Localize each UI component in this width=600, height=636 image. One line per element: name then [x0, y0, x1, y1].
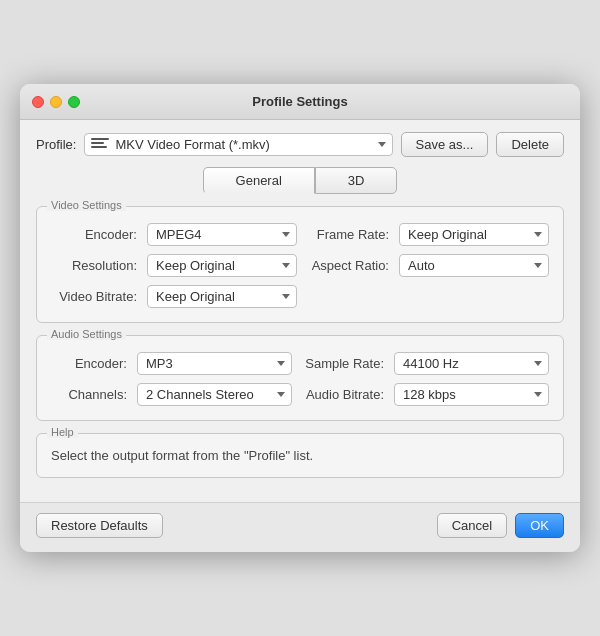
- audio-bitrate-value: 128 kbps: [403, 387, 528, 402]
- cancel-button[interactable]: Cancel: [437, 513, 507, 538]
- video-bitrate-select[interactable]: Keep Original: [147, 285, 297, 308]
- audio-settings-grid: Encoder: MP3 Sample Rate: 44100 Hz Chann…: [51, 352, 549, 406]
- channels-label: Channels:: [51, 387, 131, 402]
- resolution-value: Keep Original: [156, 258, 276, 273]
- audio-encoder-chevron-icon: [277, 361, 285, 366]
- aspect-ratio-label: Aspect Ratio:: [303, 258, 393, 273]
- sample-rate-value: 44100 Hz: [403, 356, 528, 371]
- frame-rate-select[interactable]: Keep Original: [399, 223, 549, 246]
- encoder-chevron-icon: [282, 232, 290, 237]
- frame-rate-label: Frame Rate:: [303, 227, 393, 242]
- profile-select-text: MKV Video Format (*.mkv): [115, 137, 371, 152]
- profile-label: Profile:: [36, 137, 76, 152]
- aspect-ratio-select[interactable]: Auto: [399, 254, 549, 277]
- help-title: Help: [47, 426, 78, 438]
- audio-settings-section: Audio Settings Encoder: MP3 Sample Rate:…: [36, 335, 564, 421]
- audio-bitrate-select[interactable]: 128 kbps: [394, 383, 549, 406]
- help-text: Select the output format from the "Profi…: [51, 448, 549, 463]
- sample-rate-label: Sample Rate:: [298, 356, 388, 371]
- resolution-select[interactable]: Keep Original: [147, 254, 297, 277]
- maximize-button[interactable]: [68, 96, 80, 108]
- titlebar: Profile Settings: [20, 84, 580, 120]
- tab-3d[interactable]: 3D: [315, 167, 398, 194]
- minimize-button[interactable]: [50, 96, 62, 108]
- footer-right: Cancel OK: [437, 513, 564, 538]
- channels-chevron-icon: [277, 392, 285, 397]
- window-title: Profile Settings: [252, 94, 347, 109]
- close-button[interactable]: [32, 96, 44, 108]
- restore-defaults-button[interactable]: Restore Defaults: [36, 513, 163, 538]
- channels-value: 2 Channels Stereo: [146, 387, 271, 402]
- aspect-ratio-value: Auto: [408, 258, 528, 273]
- encoder-label: Encoder:: [51, 227, 141, 242]
- save-as-button[interactable]: Save as...: [401, 132, 489, 157]
- video-settings-section: Video Settings Encoder: MPEG4 Frame Rate…: [36, 206, 564, 323]
- frame-rate-chevron-icon: [534, 232, 542, 237]
- resolution-chevron-icon: [282, 263, 290, 268]
- main-content: Profile: MKV Video Format (*.mkv) Save a…: [20, 120, 580, 502]
- aspect-ratio-chevron-icon: [534, 263, 542, 268]
- footer: Restore Defaults Cancel OK: [20, 502, 580, 552]
- profile-chevron-icon: [378, 142, 386, 147]
- encoder-select[interactable]: MPEG4: [147, 223, 297, 246]
- audio-encoder-select[interactable]: MP3: [137, 352, 292, 375]
- delete-button[interactable]: Delete: [496, 132, 564, 157]
- video-settings-title: Video Settings: [47, 199, 126, 211]
- encoder-value: MPEG4: [156, 227, 276, 242]
- audio-settings-title: Audio Settings: [47, 328, 126, 340]
- sample-rate-chevron-icon: [534, 361, 542, 366]
- profile-settings-window: Profile Settings Profile: MKV Video Form…: [20, 84, 580, 552]
- tab-general[interactable]: General: [203, 167, 315, 194]
- video-bitrate-label: Video Bitrate:: [51, 289, 141, 304]
- video-bitrate-value: Keep Original: [156, 289, 276, 304]
- frame-rate-value: Keep Original: [408, 227, 528, 242]
- channels-select[interactable]: 2 Channels Stereo: [137, 383, 292, 406]
- help-section: Help Select the output format from the "…: [36, 433, 564, 478]
- profile-icon: [91, 138, 109, 152]
- resolution-label: Resolution:: [51, 258, 141, 273]
- video-bitrate-chevron-icon: [282, 294, 290, 299]
- profile-select[interactable]: MKV Video Format (*.mkv): [84, 133, 392, 156]
- audio-encoder-value: MP3: [146, 356, 271, 371]
- audio-bitrate-chevron-icon: [534, 392, 542, 397]
- audio-encoder-label: Encoder:: [51, 356, 131, 371]
- sample-rate-select[interactable]: 44100 Hz: [394, 352, 549, 375]
- video-settings-grid: Encoder: MPEG4 Frame Rate: Keep Original…: [51, 223, 549, 308]
- tabs-row: General 3D: [36, 167, 564, 194]
- traffic-lights: [32, 96, 80, 108]
- profile-row: Profile: MKV Video Format (*.mkv) Save a…: [36, 132, 564, 157]
- audio-bitrate-label: Audio Bitrate:: [298, 387, 388, 402]
- ok-button[interactable]: OK: [515, 513, 564, 538]
